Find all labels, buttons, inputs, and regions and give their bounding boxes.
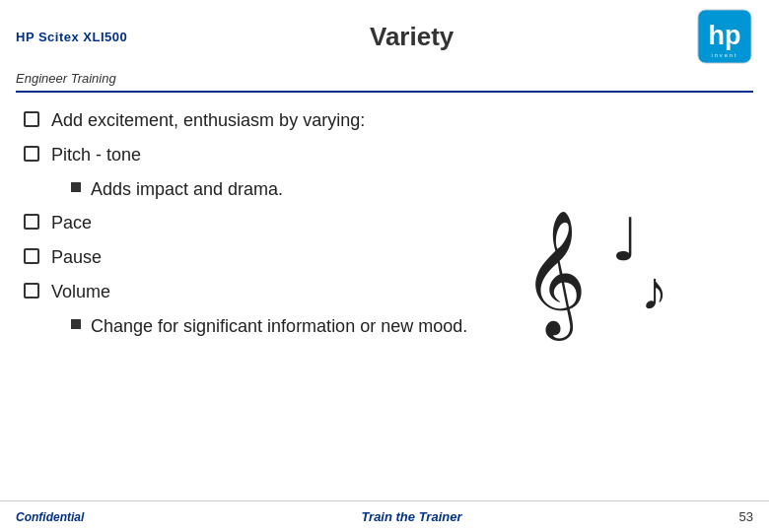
- bullet-text-2: Pitch - tone: [51, 143, 141, 167]
- bullet-text-3: Pace: [51, 211, 92, 235]
- bullet-item-1: Add excitement, enthusiasm by varying:: [24, 108, 745, 133]
- checkbox-icon-1: [24, 111, 39, 127]
- main-content: Add excitement, enthusiasm by varying: P…: [0, 93, 769, 355]
- checkbox-icon-4: [24, 248, 39, 264]
- checkbox-icon-3: [24, 214, 39, 230]
- bullet-text-4: Pause: [51, 245, 102, 270]
- svg-text:♪: ♪: [641, 260, 668, 321]
- svg-text:♩: ♩: [611, 207, 639, 273]
- footer-center-label: Train the Trainer: [361, 509, 461, 524]
- footer-confidential-label: Confidential: [16, 510, 84, 524]
- bullet-item-2: Pitch - tone: [24, 143, 745, 167]
- bullet-text-1: Add excitement, enthusiasm by varying:: [51, 108, 365, 133]
- sub-bullet-text-2-1: Adds impact and drama.: [91, 177, 283, 202]
- svg-text:invent: invent: [711, 52, 737, 58]
- hp-logo-icon: hp invent: [696, 8, 753, 65]
- sub-bullet-icon-2-1: [71, 182, 81, 192]
- checkbox-icon-2: [24, 146, 39, 162]
- engineer-training-label: Engineer Training: [16, 71, 116, 86]
- svg-text:𝄞: 𝄞: [523, 211, 587, 342]
- sub-bullet-text-5-1: Change for significant information or ne…: [91, 314, 467, 339]
- product-name: HP Scitex XLI500: [16, 30, 127, 44]
- footer: Confidential Train the Trainer 53: [0, 500, 769, 532]
- bullet-text-5: Volume: [51, 280, 110, 304]
- music-notes-icon: 𝄞 ♩ ♪: [513, 191, 690, 359]
- svg-text:hp: hp: [708, 21, 740, 50]
- slide-title: Variety: [127, 22, 696, 52]
- footer-page-number: 53: [739, 509, 753, 524]
- subtitle-bar: Engineer Training: [0, 69, 769, 91]
- checkbox-icon-5: [24, 283, 39, 299]
- sub-bullet-icon-5-1: [71, 319, 81, 329]
- logo-area: HP Scitex XLI500: [16, 30, 127, 44]
- header: HP Scitex XLI500 Variety hp invent: [0, 0, 769, 69]
